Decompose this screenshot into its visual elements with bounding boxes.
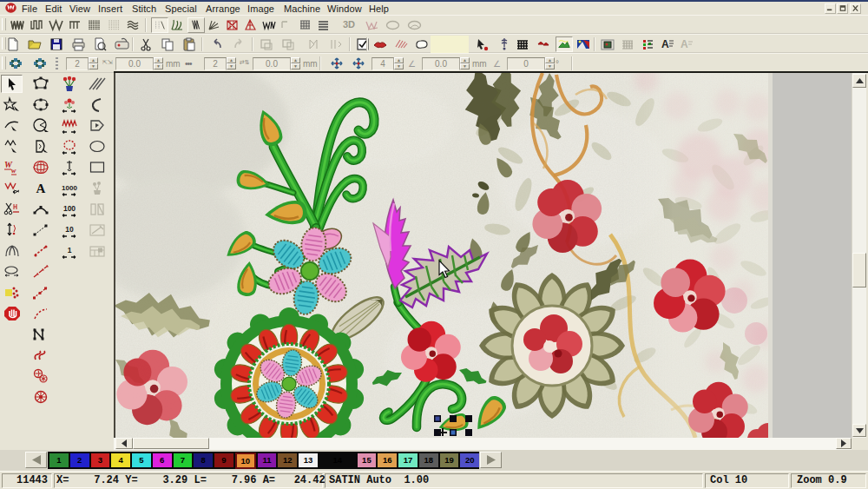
svg-text:A: A xyxy=(661,38,669,50)
svg-text:100: 100 xyxy=(63,204,76,213)
svg-text:A: A xyxy=(681,38,688,50)
svg-text:10: 10 xyxy=(65,225,74,234)
svg-text:A: A xyxy=(36,182,46,195)
svg-text:w: w xyxy=(11,167,16,175)
svg-text:1: 1 xyxy=(68,246,72,254)
svg-text:1000: 1000 xyxy=(62,184,77,192)
